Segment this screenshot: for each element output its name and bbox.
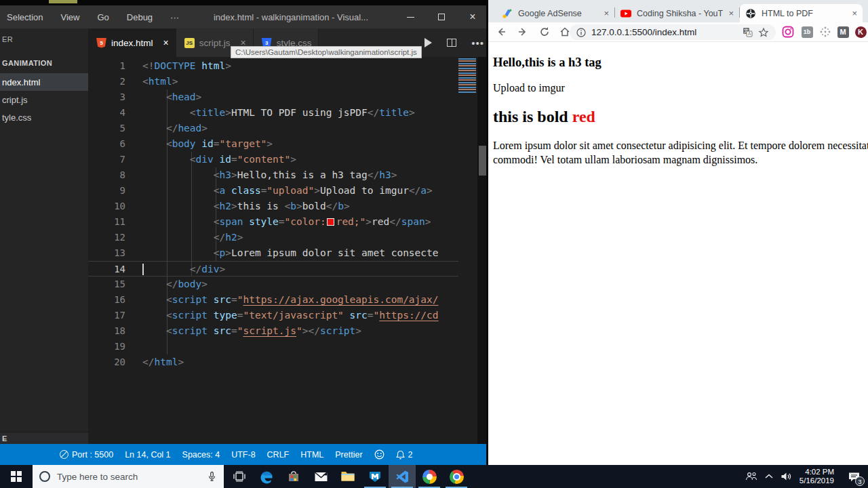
run-icon[interactable] bbox=[425, 38, 432, 47]
1b-extension-icon[interactable]: 1b bbox=[800, 25, 814, 39]
status-item-ln-14-col-1[interactable]: Ln 14, Col 1 bbox=[125, 450, 170, 460]
status-item-prettier[interactable]: Prettier bbox=[335, 450, 362, 460]
vscode-menu-bar: SelectionViewGoDebug··· bbox=[0, 12, 179, 22]
menu-item-go[interactable]: Go bbox=[97, 12, 108, 22]
code-line-7[interactable]: 7 <div id="content"> bbox=[88, 152, 458, 167]
line-content: <body id="target"> bbox=[142, 136, 458, 152]
more-actions-icon[interactable]: ••• bbox=[471, 37, 484, 49]
forward-icon[interactable] bbox=[517, 26, 529, 38]
sidebar-file-tyle.css[interactable]: tyle.css bbox=[0, 108, 88, 126]
people-icon[interactable] bbox=[743, 465, 760, 488]
code-line-1[interactable]: 1<!DOCTYPE html> bbox=[88, 58, 458, 74]
split-editor-icon[interactable] bbox=[447, 39, 456, 47]
store-icon[interactable] bbox=[280, 465, 307, 488]
status-item-port-5500[interactable]: Port : 5500 bbox=[60, 450, 113, 460]
file-tree: ndex.htmlcript.jstyle.css bbox=[0, 73, 88, 126]
dotted-extension-icon[interactable] bbox=[818, 25, 832, 39]
editor-tab-index.html[interactable]: 5index.html× bbox=[88, 28, 176, 57]
code-line-18[interactable]: 18 <script src="script.js"></script> bbox=[88, 323, 458, 339]
action-center-button[interactable]: 3 bbox=[840, 465, 868, 488]
status-item-crlf[interactable]: CRLF bbox=[267, 450, 290, 460]
malwarebytes-icon[interactable] bbox=[361, 465, 389, 488]
menu-item-view[interactable]: View bbox=[60, 12, 79, 22]
status-item-smiley[interactable] bbox=[374, 449, 384, 460]
minimap[interactable] bbox=[458, 58, 476, 94]
sidebar-file-ndex.html[interactable]: ndex.html bbox=[0, 73, 88, 91]
vscode-sidebar: ER GANIMATION ndex.htmlcript.jstyle.css … bbox=[0, 28, 88, 444]
windows-taskbar: Type here to search 4:02 PM 5/16/2019 3 bbox=[0, 465, 868, 488]
code-editor[interactable]: 1<!DOCTYPE html>2<html>3 <head>4 <title>… bbox=[88, 57, 458, 444]
chrome-icon[interactable] bbox=[443, 465, 470, 488]
menu-item-selection[interactable]: Selection bbox=[7, 12, 43, 22]
code-line-14[interactable]: 14 </div> bbox=[88, 261, 458, 277]
start-button[interactable] bbox=[0, 465, 33, 488]
status-item-utf-8[interactable]: UTF-8 bbox=[231, 450, 255, 460]
code-line-15[interactable]: 15 </body> bbox=[88, 277, 458, 292]
tab-close-icon[interactable]: × bbox=[604, 8, 609, 18]
task-view-icon[interactable] bbox=[226, 465, 253, 488]
code-line-9[interactable]: 9 <a class="upload">Upload to imgur</a> bbox=[88, 183, 458, 199]
code-line-16[interactable]: 16 <script src="https://ajax.googleapis.… bbox=[88, 292, 458, 308]
code-line-19[interactable]: 19 bbox=[88, 339, 458, 354]
circle-slash-icon bbox=[60, 450, 68, 459]
url-text[interactable]: 127.0.0.1:5500/index.html bbox=[591, 27, 737, 37]
page-red-text: red bbox=[572, 108, 595, 125]
line-content: <title>HTML TO PDF using jsPDF</title> bbox=[142, 105, 458, 121]
code-line-8[interactable]: 8 <h3>Hello,this is a h3 tag</h3> bbox=[88, 167, 458, 183]
volume-icon[interactable] bbox=[778, 465, 795, 488]
browser-tab-2[interactable]: Coding Shiksha - YouTube× bbox=[615, 4, 739, 22]
tab-separator bbox=[739, 7, 740, 18]
browser-tab-3[interactable]: HTML to PDF× bbox=[740, 4, 863, 22]
tab-close-icon[interactable]: × bbox=[163, 37, 169, 48]
code-line-17[interactable]: 17 <script type="text/javascript" src="h… bbox=[88, 308, 458, 323]
tab-close-icon[interactable]: × bbox=[852, 8, 857, 18]
status-item-html[interactable]: HTML bbox=[300, 450, 323, 460]
line-content: <script src="https://ajax.googleapis.com… bbox=[142, 292, 458, 308]
edge-icon[interactable] bbox=[253, 465, 280, 488]
vscode-editor-area: 5index.html×JSscript.js×3style.css ••• C… bbox=[88, 28, 488, 444]
code-line-2[interactable]: 2<html> bbox=[88, 74, 458, 89]
close-button[interactable]: × bbox=[457, 5, 488, 28]
code-line-3[interactable]: 3 <head> bbox=[88, 89, 458, 105]
browser-tab-1[interactable]: Google AdSense× bbox=[496, 4, 614, 22]
tab-separator bbox=[614, 7, 615, 18]
page-upload-link[interactable]: Upload to imgur bbox=[493, 82, 868, 94]
code-line-11[interactable]: 11 <span style="color:red;">red</span> bbox=[88, 214, 458, 230]
code-line-20[interactable]: 20</html> bbox=[88, 354, 458, 370]
reload-icon[interactable] bbox=[538, 26, 551, 38]
code-line-5[interactable]: 5 </head> bbox=[88, 121, 458, 136]
code-line-12[interactable]: 12 </h2> bbox=[88, 230, 458, 245]
taskbar-search-box[interactable]: Type here to search bbox=[33, 465, 224, 488]
instagram-extension-icon[interactable] bbox=[781, 25, 795, 39]
vscode-icon[interactable] bbox=[389, 465, 416, 488]
code-line-4[interactable]: 4 <title>HTML TO PDF using jsPDF</title> bbox=[88, 105, 458, 121]
bookmark-star-icon[interactable] bbox=[758, 27, 769, 38]
back-icon[interactable] bbox=[495, 26, 507, 38]
vscode-title-bar: SelectionViewGoDebug··· index.html - wal… bbox=[0, 5, 488, 28]
maximize-button[interactable] bbox=[426, 5, 457, 28]
microphone-icon[interactable] bbox=[207, 471, 217, 482]
status-item-spaces-4[interactable]: Spaces: 4 bbox=[182, 450, 220, 460]
k-extension-icon[interactable]: K bbox=[854, 25, 867, 39]
translate-icon[interactable]: 文A bbox=[743, 27, 753, 37]
site-info-icon[interactable] bbox=[576, 28, 586, 37]
file-explorer-icon[interactable] bbox=[334, 465, 361, 488]
outline-section-header[interactable]: E bbox=[0, 432, 88, 444]
m-extension-icon[interactable]: M bbox=[836, 25, 850, 39]
tray-chevron-up-icon[interactable] bbox=[760, 465, 778, 488]
menu-item-[interactable]: ··· bbox=[170, 12, 179, 22]
address-bar[interactable]: 127.0.0.1:5500/index.html 文A bbox=[570, 24, 776, 40]
menu-item-debug[interactable]: Debug bbox=[127, 12, 153, 22]
code-line-13[interactable]: 13 <p>Lorem ipsum dolor sit amet consect… bbox=[88, 245, 458, 261]
chrome-colorful-icon[interactable] bbox=[416, 465, 443, 488]
code-line-6[interactable]: 6 <body id="target"> bbox=[88, 136, 458, 152]
minimize-button[interactable] bbox=[395, 5, 426, 28]
mail-icon[interactable] bbox=[307, 465, 334, 488]
code-line-10[interactable]: 10 <h2>this is <b>bold</b> bbox=[88, 199, 458, 214]
sidebar-file-cript.js[interactable]: cript.js bbox=[0, 91, 88, 108]
status-item-2[interactable]: 2 bbox=[396, 450, 413, 460]
windows-logo-icon bbox=[11, 471, 22, 482]
taskbar-clock[interactable]: 4:02 PM 5/16/2019 bbox=[800, 468, 834, 485]
tab-close-icon[interactable]: × bbox=[728, 8, 734, 18]
folder-section-header[interactable]: GANIMATION bbox=[2, 59, 52, 67]
